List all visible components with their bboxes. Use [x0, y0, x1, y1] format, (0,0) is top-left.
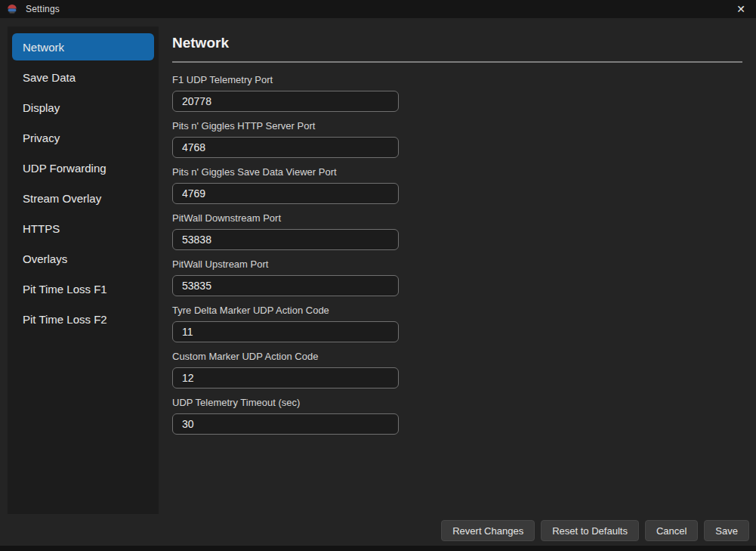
- pitwall-downstream-port-input[interactable]: [172, 229, 399, 250]
- window-bottom-edge: [0, 546, 756, 551]
- sidebar-item-label: HTTPS: [23, 222, 60, 235]
- page-title: Network: [172, 35, 742, 51]
- sidebar-item-label: Display: [23, 101, 60, 114]
- heading-divider: [172, 61, 742, 63]
- titlebar: Settings ✕: [0, 0, 756, 18]
- field-label: Custom Marker UDP Action Code: [172, 351, 742, 364]
- field-http-server-port: Pits n' Giggles HTTP Server Port: [172, 120, 742, 158]
- field-label: Pits n' Giggles HTTP Server Port: [172, 120, 742, 133]
- field-tyre-delta-marker-action-code: Tyre Delta Marker UDP Action Code: [172, 305, 742, 342]
- sidebar-item-save-data[interactable]: Save Data: [12, 63, 154, 91]
- udp-telemetry-timeout-input[interactable]: [172, 413, 399, 435]
- field-label: Pits n' Giggles Save Data Viewer Port: [172, 166, 742, 179]
- sidebar-item-label: Network: [23, 41, 64, 54]
- sidebar-item-pit-time-loss-f2[interactable]: Pit Time Loss F2: [12, 305, 154, 333]
- sidebar-item-label: UDP Forwarding: [23, 162, 106, 175]
- field-label: PitWall Upstream Port: [172, 258, 742, 271]
- field-label: PitWall Downstream Port: [172, 212, 742, 225]
- f1-udp-telemetry-port-input[interactable]: [172, 91, 399, 112]
- pitwall-upstream-port-input[interactable]: [172, 275, 399, 296]
- tyre-delta-marker-action-code-input[interactable]: [172, 321, 399, 342]
- field-label: UDP Telemetry Timeout (sec): [172, 397, 742, 410]
- sidebar-item-label: Save Data: [23, 71, 76, 84]
- sidebar-item-display[interactable]: Display: [12, 94, 154, 121]
- sidebar-item-label: Privacy: [23, 132, 60, 144]
- settings-window: Settings ✕ Network Save Data Display Pri…: [0, 0, 756, 551]
- sidebar-item-pit-time-loss-f1[interactable]: Pit Time Loss F1: [12, 275, 154, 302]
- save-data-viewer-port-input[interactable]: [172, 183, 399, 204]
- field-pitwall-downstream-port: PitWall Downstream Port: [172, 212, 742, 250]
- sidebar-item-stream-overlay[interactable]: Stream Overlay: [12, 184, 154, 212]
- reset-to-defaults-button[interactable]: Reset to Defaults: [541, 520, 639, 541]
- custom-marker-action-code-input[interactable]: [172, 367, 399, 388]
- field-label: F1 UDP Telemetry Port: [172, 74, 742, 87]
- window-title: Settings: [26, 4, 60, 14]
- sidebar-item-label: Pit Time Loss F2: [23, 313, 107, 326]
- http-server-port-input[interactable]: [172, 137, 399, 158]
- field-udp-telemetry-timeout: UDP Telemetry Timeout (sec): [172, 397, 742, 435]
- field-label: Tyre Delta Marker UDP Action Code: [172, 305, 742, 317]
- close-icon[interactable]: ✕: [729, 0, 753, 18]
- network-settings-panel: Network F1 UDP Telemetry Port Pits n' Gi…: [172, 35, 742, 443]
- sidebar-item-label: Overlays: [23, 252, 67, 265]
- field-pitwall-upstream-port: PitWall Upstream Port: [172, 258, 742, 296]
- sidebar-item-udp-forwarding[interactable]: UDP Forwarding: [12, 154, 154, 181]
- settings-sidebar: Network Save Data Display Privacy UDP Fo…: [8, 26, 159, 514]
- revert-changes-button[interactable]: Revert Changes: [441, 520, 535, 541]
- save-button[interactable]: Save: [704, 520, 749, 541]
- app-logo-icon: [7, 4, 17, 14]
- cancel-button[interactable]: Cancel: [645, 520, 698, 541]
- sidebar-item-label: Pit Time Loss F1: [23, 283, 107, 296]
- sidebar-item-https[interactable]: HTTPS: [12, 215, 154, 242]
- field-save-data-viewer-port: Pits n' Giggles Save Data Viewer Port: [172, 166, 742, 204]
- sidebar-item-overlays[interactable]: Overlays: [12, 245, 154, 272]
- sidebar-item-network[interactable]: Network: [12, 33, 154, 60]
- field-custom-marker-action-code: Custom Marker UDP Action Code: [172, 351, 742, 388]
- sidebar-item-privacy[interactable]: Privacy: [12, 124, 154, 151]
- footer-actions: Revert Changes Reset to Defaults Cancel …: [441, 520, 749, 541]
- network-settings-form: F1 UDP Telemetry Port Pits n' Giggles HT…: [172, 74, 742, 435]
- field-f1-udp-telemetry-port: F1 UDP Telemetry Port: [172, 74, 742, 112]
- sidebar-item-label: Stream Overlay: [23, 192, 101, 205]
